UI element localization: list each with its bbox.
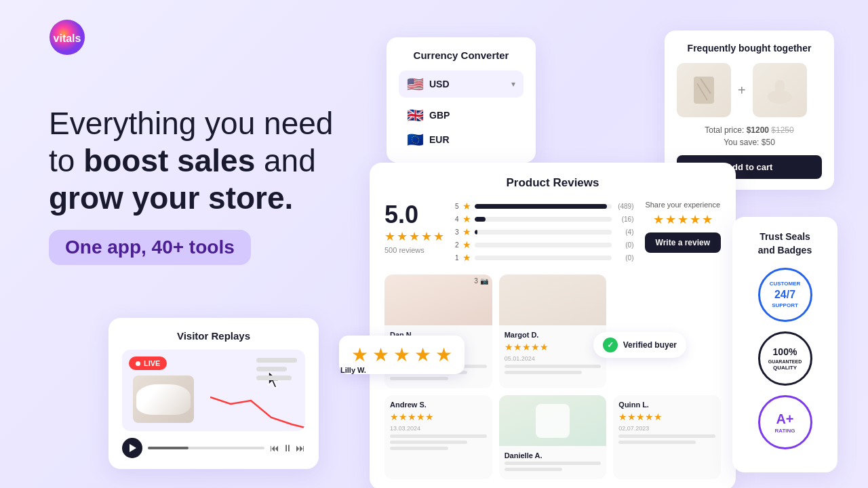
review-date-margot: 05.01.2024	[505, 355, 601, 362]
fbt-title: Frequently bought together	[677, 43, 822, 54]
product-1-image	[687, 73, 721, 107]
usd-label: USD	[429, 79, 450, 89]
pause-icon[interactable]: ⏸	[283, 443, 292, 453]
review-stars-margot: ★★★★★	[505, 341, 601, 353]
svg-text:vitals: vitals	[54, 33, 81, 44]
bar-star-4: ★	[462, 214, 471, 224]
play-button[interactable]	[122, 438, 142, 458]
bar-fill-5	[475, 204, 607, 209]
eur-flag-icon: 🇪🇺	[407, 131, 424, 148]
bar-row-1: 1 ★ (0)	[455, 252, 634, 263]
bar-row-3: 3 ★ (4)	[455, 226, 634, 237]
skip-forward-icon[interactable]: ⏭	[296, 443, 305, 453]
hero-section: Everything you need to boost sales and g…	[49, 105, 333, 265]
bar-track-3	[475, 230, 612, 235]
review-grid: 3 📷 Dan N. ★★★★★ 11.02.2024 Margot D.	[384, 274, 721, 479]
hero-line1: Everything you need to boost sales and g…	[49, 105, 333, 218]
live-dot	[136, 361, 140, 366]
gbp-flag-icon: 🇬🇧	[407, 107, 424, 123]
review-date-quinn: 02.07.2023	[618, 425, 715, 432]
star-overlay-5: ★	[435, 344, 452, 366]
gbp-label: GBP	[429, 110, 450, 121]
shoe-shape	[136, 384, 191, 415]
reviewer-name-danielle: Danielle A.	[505, 451, 601, 460]
progress-fill	[148, 447, 189, 449]
review-photo-margot	[499, 274, 607, 325]
review-item-danielle: Danielle A.	[499, 395, 607, 479]
star-5: ★	[433, 229, 444, 244]
star-2: ★	[397, 229, 408, 244]
star-overlay-1: ★	[351, 344, 368, 366]
fbt-product-1	[677, 63, 731, 117]
review-text-andrew	[390, 434, 487, 450]
fbt-products: +	[677, 63, 822, 117]
fbt-product-2	[753, 63, 807, 117]
reviews-title: Product Reviews	[384, 176, 721, 190]
bar-row-5: 5 ★ (489)	[455, 201, 634, 211]
eur-option[interactable]: 🇪🇺 EUR	[399, 127, 524, 152]
badge-support-content: CUSTOMER 24/7 SUPPORT	[770, 281, 801, 309]
review-date-andrew: 13.03.2024	[390, 425, 487, 432]
reviews-summary: 5.0 ★ ★ ★ ★ ★ 500 reviews 5 ★ (489) 4 ★ …	[384, 201, 721, 265]
visitor-replays-card: Visitor Replays LIVE	[108, 318, 319, 469]
review-text-margot	[505, 365, 601, 374]
bar-row-4: 4 ★ (16)	[455, 214, 634, 224]
usd-flag-icon: 🇺🇸	[407, 76, 424, 92]
bar-star-5: ★	[462, 201, 471, 211]
bar-track-1	[475, 256, 612, 260]
bar-star-3: ★	[462, 226, 471, 237]
star-overlay-2: ★	[372, 344, 389, 366]
review-photo-danielle	[499, 395, 607, 446]
chart-line	[210, 390, 305, 431]
star-3: ★	[409, 229, 420, 244]
currency-converter-title: Currency Converter	[399, 49, 524, 61]
share-area: Share your experience ★ ★ ★ ★ ★ Write a …	[645, 201, 721, 265]
trust-badge-rating: A+ Rating	[758, 395, 812, 449]
score-number: 5.0	[384, 201, 444, 229]
play-icon	[130, 444, 136, 452]
star-overlay-4: ★	[414, 344, 431, 366]
trust-badge-support: CUSTOMER 24/7 SUPPORT	[758, 268, 812, 322]
review-text-danielle	[505, 462, 601, 471]
bar-star-2: ★	[462, 239, 471, 250]
skip-back-icon[interactable]: ⏮	[270, 443, 279, 453]
review-photo-dan: 3 📷	[384, 274, 492, 325]
logo-area: vitals	[49, 19, 85, 56]
bar-track-5	[475, 204, 612, 209]
visitor-controls: ⏮ ⏸ ⏭	[122, 438, 305, 458]
score-stars: ★ ★ ★ ★ ★	[384, 229, 444, 244]
review-text-quinn	[618, 434, 715, 444]
chevron-down-icon: ▾	[511, 79, 515, 89]
bar-fill-3	[475, 230, 477, 235]
shoe-image	[133, 375, 194, 423]
hero-badge: One app, 40+ tools	[49, 230, 251, 265]
eur-label: EUR	[429, 134, 450, 145]
trust-seals-title: Trust Sealsand Badges	[743, 230, 827, 257]
gbp-option[interactable]: 🇬🇧 GBP	[399, 103, 524, 127]
bar-track-4	[475, 217, 612, 222]
share-label: Share your experience	[645, 201, 721, 209]
progress-bar[interactable]	[148, 447, 264, 449]
star-1: ★	[384, 229, 395, 244]
bar-fill-4	[475, 217, 486, 222]
rating-bars: 5 ★ (489) 4 ★ (16) 3 ★ (4) 2 ★ (0)	[455, 201, 634, 265]
product-2-image	[763, 73, 797, 107]
svg-rect-3	[694, 77, 714, 104]
write-review-button[interactable]: Write a review	[645, 232, 721, 253]
badge-quality-content: 100% GUARANTEED QUALITY	[768, 346, 802, 371]
review-stars-quinn: ★★★★★	[618, 411, 715, 423]
visitor-replays-title: Visitor Replays	[122, 330, 305, 342]
currency-converter-card: Currency Converter 🇺🇸 USD ▾ 🇬🇧 GBP 🇪🇺 EU…	[387, 37, 536, 163]
visitor-video-area: LIVE	[122, 350, 305, 431]
review-count: 500 reviews	[384, 246, 444, 254]
trust-seals-card: Trust Sealsand Badges CUSTOMER 24/7 SUPP…	[732, 217, 837, 472]
fbt-plus-icon: +	[738, 83, 746, 98]
review-content-danielle: Danielle A.	[499, 446, 607, 479]
share-stars: ★ ★ ★ ★ ★	[645, 212, 721, 227]
fbt-total-price: Total price: $1200 $1250	[677, 125, 822, 135]
currency-selected[interactable]: 🇺🇸 USD ▾	[399, 70, 524, 98]
review-item-quinn: Quinn L. ★★★★★ 02.07.2023	[613, 395, 721, 479]
reviewer-name-quinn: Quinn L.	[618, 401, 715, 409]
review-item-andrew: Andrew S. ★★★★★ 13.03.2024	[384, 395, 492, 479]
review-content-quinn: Quinn L. ★★★★★ 02.07.2023	[613, 395, 721, 452]
